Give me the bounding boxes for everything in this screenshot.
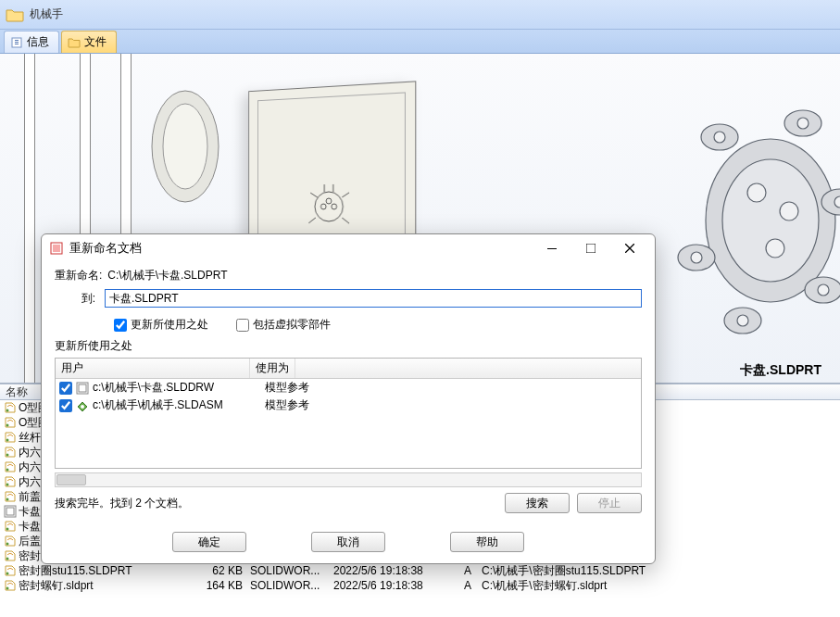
rename-dialog: 重新命名文档 重新命名: C:\机械手\卡盘.SLDPRT 到: 更新所使用之处…	[41, 233, 656, 564]
svg-point-32	[6, 484, 9, 486]
maximize-button[interactable]	[571, 237, 610, 259]
folder-icon	[6, 6, 24, 23]
file-icon	[4, 446, 17, 459]
svg-point-40	[6, 587, 9, 590]
svg-point-14	[766, 239, 784, 258]
svg-point-16	[714, 132, 725, 143]
svg-point-12	[747, 183, 766, 202]
used-row[interactable]: c:\机械手\机械手.SLDASM模型参考	[56, 397, 641, 414]
svg-point-26	[691, 252, 702, 263]
svg-rect-42	[547, 248, 557, 249]
file-icon	[4, 460, 17, 473]
help-button[interactable]: 帮助	[450, 532, 524, 552]
tab-info[interactable]: 信息	[4, 31, 59, 53]
svg-point-30	[6, 454, 9, 457]
svg-point-6	[315, 192, 343, 221]
svg-point-37	[6, 543, 9, 546]
file-icon	[4, 564, 17, 577]
update-used-label: 更新所使用之处	[131, 317, 208, 333]
tab-files-label: 文件	[84, 34, 107, 50]
tab-files[interactable]: 文件	[61, 31, 117, 53]
file-icon	[4, 416, 17, 429]
dialog-titlebar[interactable]: 重新命名文档	[42, 234, 655, 262]
svg-point-36	[6, 528, 9, 531]
stop-button[interactable]: 停止	[577, 493, 642, 513]
used-table[interactable]: 用户 使用为 c:\机械手\卡盘.SLDDRW模型参考c:\机械手\机械手.SL…	[55, 358, 642, 469]
to-input[interactable]	[105, 289, 642, 308]
app-titlebar: 机械手	[0, 0, 840, 30]
used-row-icon	[76, 382, 89, 395]
svg-rect-2	[15, 42, 19, 43]
svg-point-13	[780, 202, 798, 220]
rename-path: C:\机械手\卡盘.SLDPRT	[107, 268, 227, 283]
svg-point-33	[6, 498, 9, 501]
file-icon	[4, 535, 17, 548]
update-used-checkbox[interactable]: 更新所使用之处	[114, 317, 208, 333]
svg-point-11	[722, 159, 819, 282]
search-button[interactable]: 搜索	[505, 493, 570, 513]
col-usedas[interactable]: 使用为	[250, 359, 295, 378]
svg-point-28	[6, 424, 9, 427]
file-row[interactable]: 密封螺钉.sldprt164 KBSOLIDWOR...2022/5/6 19:…	[4, 578, 840, 593]
svg-point-22	[818, 284, 829, 296]
file-icon	[4, 505, 17, 518]
svg-point-27	[6, 409, 9, 412]
used-row-checkbox[interactable]	[59, 399, 72, 412]
part-3d-preview	[627, 72, 840, 369]
to-label: 到:	[55, 291, 105, 307]
minimize-button[interactable]	[533, 237, 571, 259]
file-icon	[4, 490, 17, 503]
file-icon	[4, 401, 17, 414]
used-row-icon	[76, 399, 89, 412]
tab-info-label: 信息	[27, 34, 49, 50]
dialog-title: 重新命名文档	[69, 240, 533, 257]
col-user[interactable]: 用户	[56, 359, 250, 378]
cancel-button[interactable]: 取消	[311, 532, 385, 552]
svg-point-8	[332, 204, 337, 209]
svg-point-46	[81, 405, 84, 409]
close-button[interactable]	[610, 237, 649, 259]
svg-point-5	[163, 104, 207, 189]
file-icon	[4, 579, 17, 592]
file-icon	[4, 475, 17, 488]
svg-rect-3	[15, 44, 19, 44]
used-row-checkbox[interactable]	[59, 382, 72, 395]
search-status: 搜索完毕。找到 2 个文档。	[55, 496, 497, 511]
preview-caption: 卡盘.SLDPRT	[740, 362, 821, 379]
used-row[interactable]: c:\机械手\卡盘.SLDDRW模型参考	[56, 379, 641, 397]
svg-point-38	[6, 558, 9, 560]
svg-point-29	[6, 439, 9, 442]
svg-point-31	[6, 469, 9, 472]
file-icon	[4, 520, 17, 533]
horizontal-scrollbar[interactable]	[55, 472, 642, 487]
tab-strip: 信息 文件	[0, 30, 840, 54]
app-title: 机械手	[30, 6, 63, 22]
col-name: 名称	[6, 384, 28, 400]
ok-button[interactable]: 确定	[172, 532, 246, 552]
file-icon	[4, 549, 17, 562]
folder-small-icon	[68, 36, 81, 49]
include-virtual-label: 包括虚拟零部件	[253, 317, 331, 333]
info-icon	[10, 36, 23, 49]
svg-point-9	[326, 198, 332, 204]
svg-point-7	[320, 204, 326, 209]
include-virtual-checkbox[interactable]: 包括虚拟零部件	[236, 317, 331, 333]
svg-point-18	[797, 118, 809, 129]
grip-shape	[148, 82, 222, 211]
dialog-app-icon	[49, 241, 64, 256]
file-icon	[4, 431, 17, 444]
svg-rect-1	[15, 40, 19, 41]
svg-point-24	[737, 315, 748, 326]
svg-rect-43	[586, 244, 596, 253]
svg-point-39	[6, 573, 9, 575]
file-row[interactable]: 密封圈stu115.SLDPRT62 KBSOLIDWOR...2022/5/6…	[4, 563, 840, 578]
used-section-label: 更新所使用之处	[55, 338, 642, 354]
rename-label: 重新命名:	[55, 268, 107, 283]
drawing-sketch-icon	[298, 169, 360, 234]
